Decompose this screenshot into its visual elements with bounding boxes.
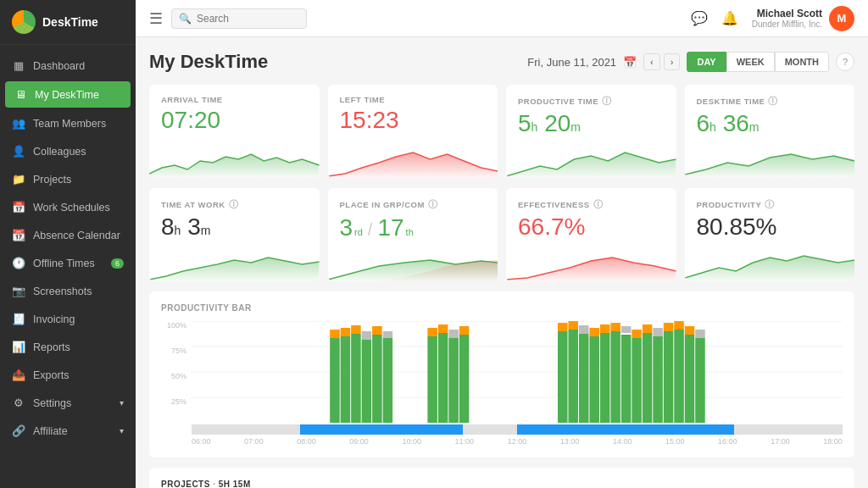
content-area: My DeskTime Fri, June 11, 2021 📅 ‹ › DAY…	[136, 37, 868, 488]
logo-icon	[12, 10, 36, 34]
view-day-button[interactable]: DAY	[687, 52, 726, 72]
sidebar-label-colleagues: Colleagues	[33, 146, 86, 158]
calendar-icon[interactable]: 📅	[623, 56, 637, 69]
svg-rect-20	[448, 338, 459, 423]
svg-rect-48	[685, 335, 695, 423]
time-at-work-chart	[149, 247, 320, 281]
svg-rect-5	[330, 330, 340, 338]
productive-time-info-icon: ⓘ	[602, 95, 612, 108]
y-label-25: 25%	[161, 397, 186, 406]
date-nav: ‹ ›	[643, 53, 680, 70]
stat-place-in-grp: PLACE IN GRP/COM ⓘ 3 rd / 17 th	[328, 188, 498, 281]
x-label-1000: 10:00	[402, 437, 421, 446]
sidebar-item-dashboard[interactable]: ▦ Dashboard	[0, 52, 136, 80]
sidebar-label-screenshots: Screenshots	[33, 286, 92, 297]
ts-blue-2	[517, 424, 734, 435]
effectiveness-value: 66.7%	[518, 214, 665, 241]
x-label-0700: 07:00	[244, 437, 264, 446]
svg-rect-38	[632, 338, 642, 423]
left-time-value: 15:23	[340, 108, 487, 134]
my-desktime-icon: 🖥	[14, 88, 27, 101]
time-at-work-label: TIME AT WORK ⓘ	[161, 198, 308, 211]
sidebar-item-offline-times[interactable]: 🕐 Offline Times 6	[0, 249, 136, 277]
svg-rect-43	[653, 328, 663, 336]
view-week-button[interactable]: WEEK	[726, 52, 775, 72]
sidebar: DeskTime ▦ Dashboard 🖥 My DeskTime 👥 Tea…	[0, 0, 136, 488]
colleagues-icon: 👤	[12, 145, 25, 158]
x-label-0900: 09:00	[349, 437, 369, 446]
svg-rect-45	[664, 323, 674, 331]
productive-time-label: PRODUCTIVE TIME ⓘ	[518, 95, 665, 108]
sidebar-item-my-desktime[interactable]: 🖥 My DeskTime	[5, 81, 131, 108]
svg-rect-18	[438, 333, 448, 423]
svg-rect-47	[674, 321, 684, 330]
bar-chart-wrapper: 06:00 07:00 08:00 09:00 10:00 11:00 12:0…	[192, 321, 843, 446]
sidebar-label-invoicing: Invoicing	[33, 313, 75, 325]
sidebar-label-offline-times: Offline Times	[33, 258, 95, 269]
sidebar-item-exports[interactable]: 📤 Exports	[0, 361, 136, 389]
date-display: Fri, June 11, 2021	[527, 56, 616, 69]
sidebar-label-work-schedules: Work Schedules	[33, 202, 110, 214]
sidebar-item-projects[interactable]: 📁 Projects	[0, 165, 136, 193]
bell-icon[interactable]: 🔔	[721, 10, 738, 26]
exports-icon: 📤	[12, 369, 25, 381]
user-name: Michael Scott	[752, 8, 822, 19]
svg-rect-8	[351, 334, 361, 423]
affiliate-icon: 🔗	[12, 424, 25, 437]
svg-rect-28	[579, 334, 589, 423]
next-date-button[interactable]: ›	[664, 53, 681, 70]
svg-rect-23	[459, 326, 470, 335]
svg-rect-50	[695, 338, 705, 423]
sidebar-item-settings[interactable]: ⚙ Settings ▾	[0, 389, 136, 417]
svg-rect-25	[558, 323, 568, 331]
sidebar-label-absence-calendar: Absence Calendar	[33, 230, 120, 241]
x-labels: 06:00 07:00 08:00 09:00 10:00 11:00 12:0…	[192, 437, 843, 446]
sidebar-item-affiliate[interactable]: 🔗 Affiliate ▾	[0, 417, 136, 445]
productivity-bar-chart: 100% 75% 50% 25%	[161, 321, 843, 446]
svg-rect-21	[448, 330, 459, 338]
ts-empty-3	[734, 424, 843, 435]
chat-icon[interactable]: 💬	[691, 10, 708, 26]
prev-date-button[interactable]: ‹	[643, 53, 660, 70]
view-month-button[interactable]: MONTH	[775, 52, 829, 72]
sidebar-item-reports[interactable]: 📊 Reports	[0, 333, 136, 361]
svg-rect-30	[589, 336, 599, 423]
x-label-0600: 06:00	[192, 437, 211, 446]
ts-empty-1	[192, 424, 300, 435]
sidebar-label-reports: Reports	[33, 341, 70, 353]
productive-time-chart	[506, 144, 676, 178]
sidebar-item-absence-calendar[interactable]: 📆 Absence Calendar	[0, 221, 136, 249]
search-input[interactable]	[197, 13, 298, 25]
sidebar-item-team-members[interactable]: 👥 Team Members	[0, 109, 136, 137]
time-at-work-info-icon: ⓘ	[229, 198, 239, 211]
offline-times-icon: 🕐	[12, 257, 25, 269]
projects-title: PROJECTS · 5h 15m	[161, 480, 843, 488]
place-info-icon: ⓘ	[428, 198, 438, 211]
topbar: ☰ 🔍 💬 🔔 Michael Scott Dunder Mifflin, In…	[136, 0, 868, 37]
settings-icon: ⚙	[12, 396, 25, 409]
time-at-work-value: 8h 3m	[161, 214, 308, 241]
arrival-time-chart	[149, 144, 320, 178]
left-time-label: LEFT TIME	[340, 95, 487, 104]
stat-time-at-work: TIME AT WORK ⓘ 8h 3m	[149, 188, 320, 281]
sidebar-item-invoicing[interactable]: 🧾 Invoicing	[0, 305, 136, 333]
absence-calendar-icon: 📆	[12, 229, 25, 241]
productivity-label: PRODUCTIVITY ⓘ	[697, 198, 843, 211]
svg-rect-22	[459, 335, 470, 423]
main-area: ☰ 🔍 💬 🔔 Michael Scott Dunder Mifflin, In…	[136, 0, 868, 488]
search-box: 🔍	[171, 8, 307, 29]
team-members-icon: 👥	[12, 117, 25, 130]
sidebar-item-colleagues[interactable]: 👤 Colleagues	[0, 137, 136, 165]
sidebar-item-work-schedules[interactable]: 📅 Work Schedules	[0, 193, 136, 221]
svg-rect-44	[664, 331, 674, 423]
menu-button[interactable]: ☰	[149, 9, 163, 28]
help-button[interactable]: ?	[836, 53, 854, 71]
avatar[interactable]: M	[829, 6, 854, 31]
stats-grid-2: TIME AT WORK ⓘ 8h 3m PL	[149, 188, 854, 281]
svg-rect-11	[362, 331, 372, 340]
sidebar-item-screenshots[interactable]: 📷 Screenshots	[0, 277, 136, 305]
settings-arrow-icon: ▾	[120, 398, 124, 408]
y-label-50: 50%	[161, 372, 186, 380]
sidebar-label-projects: Projects	[33, 174, 71, 186]
svg-rect-14	[383, 338, 393, 423]
